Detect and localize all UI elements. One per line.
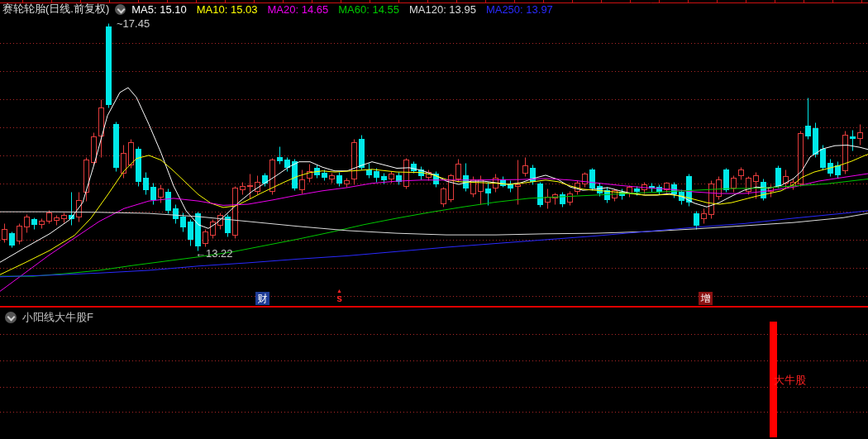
chart-header: 赛轮轮胎(日线.前复权) MA5: 15.10MA10: 15.03MA20: … [2,2,553,16]
indicator-title: 小阳线大牛股F [22,310,93,325]
pointer-icon: ~ [117,17,123,30]
chevron-down-icon[interactable] [115,4,126,15]
stock-title: 赛轮轮胎(日线.前复权) [2,2,109,17]
signal-label: 大牛股 [774,373,806,388]
subchart-header: 小阳线大牛股F [5,310,93,325]
high-price-text: 17.45 [123,17,150,30]
chevron-down-icon[interactable] [5,312,17,323]
main-chart-canvas[interactable] [0,0,868,439]
price-label-low: ←13.22 [195,247,233,260]
panel-divider [0,306,868,308]
ma-legend-item: MA20: 14.65 [268,3,329,16]
left-arrow-icon: ← [195,247,206,260]
chart-window: { "window": {"background": "#000000"}, "… [0,0,868,439]
ma-legend: MA5: 15.10MA10: 15.03MA20: 14.65MA60: 14… [131,3,553,16]
event-marker-zeng[interactable]: 增 [699,292,713,305]
ma-legend-item: MA5: 15.10 [131,3,187,16]
ma-legend-item: MA10: 15.03 [197,3,258,16]
price-label-high: ~17.45 [117,17,150,30]
low-price-text: 13.22 [206,247,233,260]
ma-legend-item: MA250: 13.97 [486,3,553,16]
ma-legend-item: MA120: 13.95 [409,3,476,16]
event-marker-s-text: s [336,293,342,303]
ma-legend-item: MA60: 14.55 [338,3,399,16]
event-marker-s[interactable]: ▲ s [334,289,345,303]
event-marker-cai[interactable]: 财 [255,292,269,305]
